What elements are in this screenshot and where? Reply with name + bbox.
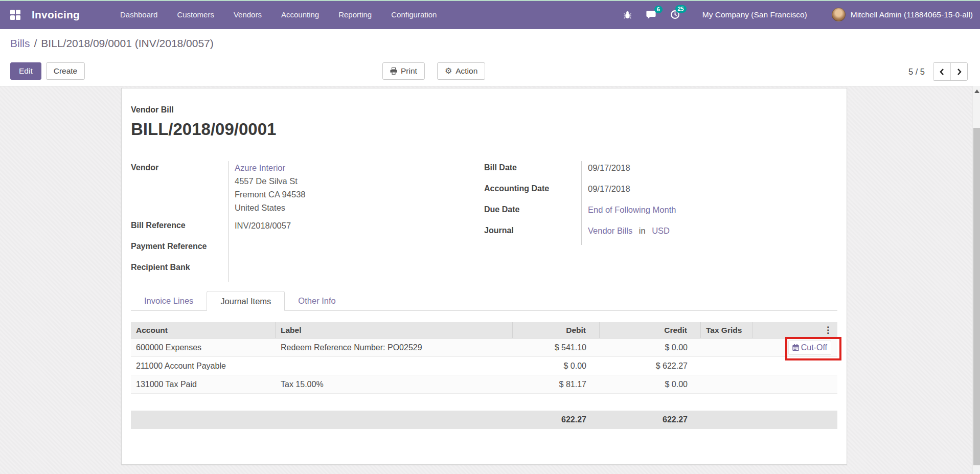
- cell-label: Tax 15.00%: [276, 380, 513, 389]
- field-group-right: Bill Date 09/17/2018 Accounting Date 09/…: [484, 161, 837, 282]
- pager-next-button[interactable]: [950, 63, 967, 80]
- breadcrumb: Bills / BILL/2018/09/0001 (INV/2018/0057…: [0, 29, 980, 57]
- menu-reporting[interactable]: Reporting: [329, 1, 381, 29]
- vendor-address-line: 4557 De Silva St: [235, 174, 484, 188]
- cell-buttons: Cut-Off: [753, 338, 837, 356]
- tab-other-info[interactable]: Other Info: [285, 291, 349, 310]
- bill-date-label: Bill Date: [484, 161, 581, 182]
- journal-in-text: in: [639, 226, 646, 235]
- due-date-value: End of Following Month: [581, 203, 837, 224]
- cell-account: 600000 Expenses: [131, 343, 276, 352]
- cell-debit: $ 541.10: [513, 343, 600, 352]
- cell-credit: $ 0.00: [600, 380, 701, 389]
- table-row[interactable]: 211000 Account Payable $ 0.00 $ 622.27: [131, 357, 837, 375]
- navbar-right: 6 25 My Company (San Francisco) Mitchell…: [609, 8, 973, 21]
- cell-account: 211000 Account Payable: [131, 362, 276, 371]
- activities-icon[interactable]: 25: [670, 10, 680, 19]
- content-area: Vendor Bill BILL/2018/09/0001 Vendor Azu…: [0, 86, 972, 474]
- messages-icon[interactable]: 6: [646, 10, 656, 19]
- vendor-value: Azure Interior 4557 De Silva St Fremont …: [228, 161, 484, 219]
- journal-value: Vendor Bills in USD: [581, 224, 837, 245]
- edit-button[interactable]: Edit: [10, 62, 41, 80]
- journal-items-table: Account Label Debit Credit Tax Grids ⋮ 6…: [131, 322, 837, 429]
- payment-reference-label: Payment Reference: [131, 240, 228, 261]
- menu-vendors[interactable]: Vendors: [224, 1, 271, 29]
- debug-bug-icon[interactable]: [623, 10, 632, 19]
- document-type-label: Vendor Bill: [131, 105, 837, 115]
- vendor-address-line: Fremont CA 94538: [235, 188, 484, 201]
- pager-previous-button[interactable]: [933, 63, 950, 80]
- form-sheet: Vendor Bill BILL/2018/09/0001 Vendor Azu…: [121, 88, 847, 465]
- action-button[interactable]: ⚙ Action: [437, 62, 485, 80]
- app-title[interactable]: Invoicing: [32, 9, 80, 21]
- scrollbar-thumb[interactable]: [973, 128, 980, 465]
- cell-label: Redeem Reference Number: PO02529: [276, 343, 513, 352]
- bill-date-value: 09/17/2018: [581, 161, 837, 182]
- cell-debit: $ 0.00: [513, 362, 600, 371]
- pager: 5 / 5: [908, 62, 968, 81]
- vendor-label: Vendor: [131, 161, 228, 219]
- vertical-scrollbar: [972, 86, 980, 474]
- payment-terms-link[interactable]: End of Following Month: [588, 205, 676, 214]
- create-button[interactable]: Create: [46, 62, 85, 80]
- field-groups: Vendor Azure Interior 4557 De Silva St F…: [131, 161, 837, 282]
- cell-debit: $ 81.17: [513, 380, 600, 389]
- breadcrumb-bills-link[interactable]: Bills: [10, 37, 30, 50]
- messages-badge: 6: [654, 6, 663, 13]
- breadcrumb-separator: /: [34, 37, 37, 50]
- journal-label: Journal: [484, 224, 581, 245]
- header-account[interactable]: Account: [131, 322, 276, 338]
- header-label[interactable]: Label: [276, 322, 513, 338]
- odoo-invoicing-screen: Invoicing Dashboard Customers Vendors Ac…: [0, 0, 980, 474]
- tab-invoice-lines[interactable]: Invoice Lines: [131, 291, 207, 310]
- window-edge-strip: [0, 0, 980, 1]
- activities-badge: 25: [675, 5, 687, 13]
- currency-link[interactable]: USD: [652, 226, 670, 235]
- menu-customers[interactable]: Customers: [167, 1, 224, 29]
- table-header-row: Account Label Debit Credit Tax Grids ⋮: [131, 322, 837, 338]
- menu-accounting[interactable]: Accounting: [271, 1, 329, 29]
- pager-value[interactable]: 5 / 5: [908, 67, 925, 77]
- cell-credit: $ 622.27: [600, 362, 701, 371]
- tab-journal-items[interactable]: Journal Items: [207, 291, 285, 311]
- table-row[interactable]: 131000 Tax Paid Tax 15.00% $ 81.17 $ 0.0…: [131, 375, 837, 394]
- accounting-date-value: 09/17/2018: [581, 182, 837, 203]
- breadcrumb-current: BILL/2018/09/0001 (INV/2018/0057): [41, 37, 213, 50]
- user-avatar[interactable]: [832, 8, 846, 21]
- menu-dashboard[interactable]: Dashboard: [110, 1, 167, 29]
- recipient-bank-value: [228, 261, 484, 282]
- optional-columns-toggle[interactable]: ⋮: [753, 322, 837, 338]
- top-navbar: Invoicing Dashboard Customers Vendors Ac…: [0, 0, 980, 29]
- payment-reference-value: [228, 240, 484, 261]
- chevron-right-icon: [956, 68, 962, 76]
- header-tax-grids[interactable]: Tax Grids: [701, 322, 753, 338]
- menu-configuration[interactable]: Configuration: [381, 1, 446, 29]
- print-button[interactable]: Print: [382, 62, 425, 80]
- accounting-date-label: Accounting Date: [484, 182, 581, 203]
- total-credit: 622.27: [600, 415, 701, 424]
- total-debit: 622.27: [513, 415, 600, 424]
- journal-link[interactable]: Vendor Bills: [588, 226, 632, 235]
- gear-icon: ⚙: [445, 67, 452, 75]
- recipient-bank-label: Recipient Bank: [131, 261, 228, 282]
- calendar-icon: [792, 344, 799, 351]
- scroll-up-icon[interactable]: [974, 89, 979, 93]
- control-panel: Edit Create Print ⚙ Action 5 / 5: [0, 57, 980, 86]
- cell-account: 131000 Tax Paid: [131, 380, 276, 389]
- company-switcher[interactable]: My Company (San Francisco): [702, 10, 807, 19]
- vendor-link[interactable]: Azure Interior: [235, 161, 484, 174]
- table-row[interactable]: 600000 Expenses Redeem Reference Number:…: [131, 338, 837, 357]
- kebab-icon: ⋮: [824, 325, 832, 335]
- cell-credit: $ 0.00: [600, 343, 701, 352]
- apps-grid-icon[interactable]: [10, 10, 20, 20]
- cutoff-button[interactable]: Cut-Off: [788, 341, 831, 355]
- main-menus: Dashboard Customers Vendors Accounting R…: [110, 1, 446, 29]
- field-group-left: Vendor Azure Interior 4557 De Silva St F…: [131, 161, 484, 282]
- header-debit[interactable]: Debit: [513, 322, 600, 338]
- bill-reference-label: Bill Reference: [131, 219, 228, 240]
- user-menu[interactable]: Mitchell Admin (11884065-15-0-all): [851, 10, 973, 19]
- notebook-tabs: Invoice Lines Journal Items Other Info: [131, 291, 837, 311]
- vendor-address-line: United States: [235, 201, 484, 214]
- bill-reference-value: INV/2018/0057: [228, 219, 484, 240]
- header-credit[interactable]: Credit: [600, 322, 701, 338]
